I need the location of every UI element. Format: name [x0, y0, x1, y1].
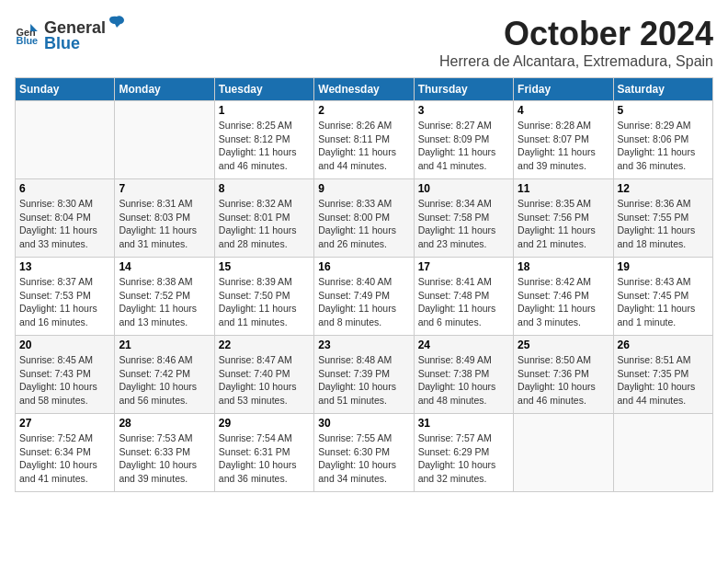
weekday-header-row: SundayMondayTuesdayWednesdayThursdayFrid…	[16, 78, 713, 101]
sunset-label: Sunset: 7:58 PM	[418, 212, 490, 223]
location-subtitle: Herrera de Alcantara, Extremadura, Spain	[439, 53, 713, 70]
sunset-label: Sunset: 7:53 PM	[19, 290, 91, 301]
sunrise-label: Sunrise: 8:33 AM	[318, 198, 392, 209]
calendar-day-cell	[613, 414, 712, 492]
daylight-label: Daylight: 11 hours and 3 minutes.	[518, 303, 596, 327]
daylight-label: Daylight: 10 hours and 53 minutes.	[219, 381, 297, 406]
calendar-day-cell: 31Sunrise: 7:57 AMSunset: 6:29 PMDayligh…	[414, 414, 513, 492]
day-number: 18	[518, 260, 609, 273]
day-number: 10	[418, 182, 509, 195]
daylight-label: Daylight: 11 hours and 26 minutes.	[318, 224, 396, 249]
day-info: Sunrise: 8:50 AMSunset: 7:36 PMDaylight:…	[518, 353, 609, 408]
day-info: Sunrise: 8:34 AMSunset: 7:58 PMDaylight:…	[418, 197, 509, 251]
daylight-label: Daylight: 10 hours and 36 minutes.	[219, 459, 297, 484]
sunset-label: Sunset: 6:30 PM	[318, 446, 390, 457]
sunset-label: Sunset: 8:01 PM	[219, 212, 290, 223]
calendar-week-row: 27Sunrise: 7:52 AMSunset: 6:34 PMDayligh…	[16, 414, 713, 492]
day-number: 7	[119, 182, 210, 195]
sunrise-label: Sunrise: 8:27 AM	[418, 120, 492, 131]
calendar-day-cell: 9Sunrise: 8:33 AMSunset: 8:00 PMDaylight…	[314, 179, 414, 258]
day-number: 8	[219, 182, 310, 195]
day-info: Sunrise: 8:51 AMSunset: 7:35 PMDaylight:…	[618, 353, 709, 408]
daylight-label: Daylight: 10 hours and 46 minutes.	[518, 381, 596, 406]
calendar-day-cell: 5Sunrise: 8:29 AMSunset: 8:06 PMDaylight…	[613, 101, 712, 179]
sunrise-label: Sunrise: 8:38 AM	[119, 276, 192, 287]
sunset-label: Sunset: 7:49 PM	[318, 290, 390, 301]
sunset-label: Sunset: 7:40 PM	[219, 368, 290, 379]
day-info: Sunrise: 7:53 AMSunset: 6:33 PMDaylight:…	[119, 431, 210, 486]
day-number: 2	[318, 104, 409, 117]
day-number: 12	[618, 182, 709, 195]
sunrise-label: Sunrise: 7:55 AM	[318, 432, 392, 443]
sunrise-label: Sunrise: 8:34 AM	[418, 198, 492, 209]
day-number: 11	[518, 182, 609, 195]
daylight-label: Daylight: 10 hours and 32 minutes.	[418, 459, 496, 484]
sunset-label: Sunset: 7:46 PM	[518, 290, 589, 301]
sunrise-label: Sunrise: 8:46 AM	[119, 354, 192, 365]
calendar-day-cell: 1Sunrise: 8:25 AMSunset: 8:12 PMDaylight…	[214, 101, 313, 179]
weekday-header-monday: Monday	[115, 78, 214, 101]
calendar-day-cell: 25Sunrise: 8:50 AMSunset: 7:36 PMDayligh…	[514, 336, 613, 414]
day-info: Sunrise: 8:36 AMSunset: 7:55 PMDaylight:…	[618, 197, 709, 251]
day-number: 22	[219, 339, 310, 351]
daylight-label: Daylight: 10 hours and 34 minutes.	[318, 459, 396, 484]
calendar-day-cell: 12Sunrise: 8:36 AMSunset: 7:55 PMDayligh…	[613, 179, 712, 258]
daylight-label: Daylight: 11 hours and 31 minutes.	[119, 224, 197, 249]
sunset-label: Sunset: 6:29 PM	[418, 446, 490, 457]
day-info: Sunrise: 8:38 AMSunset: 7:52 PMDaylight:…	[119, 275, 210, 329]
day-number: 20	[19, 339, 110, 351]
calendar-day-cell	[16, 101, 115, 179]
daylight-label: Daylight: 11 hours and 16 minutes.	[19, 303, 97, 327]
calendar-day-cell: 29Sunrise: 7:54 AMSunset: 6:31 PMDayligh…	[214, 414, 313, 492]
day-number: 14	[119, 260, 210, 273]
day-info: Sunrise: 8:25 AMSunset: 8:12 PMDaylight:…	[219, 119, 310, 173]
calendar-day-cell: 6Sunrise: 8:30 AMSunset: 8:04 PMDaylight…	[16, 179, 115, 258]
calendar-day-cell: 30Sunrise: 7:55 AMSunset: 6:30 PMDayligh…	[314, 414, 414, 492]
svg-text:Blue: Blue	[17, 35, 39, 46]
sunrise-label: Sunrise: 8:48 AM	[318, 354, 392, 365]
daylight-label: Daylight: 11 hours and 41 minutes.	[418, 146, 496, 171]
day-info: Sunrise: 8:35 AMSunset: 7:56 PMDaylight:…	[518, 197, 609, 251]
sunset-label: Sunset: 7:42 PM	[119, 368, 190, 379]
calendar-day-cell: 24Sunrise: 8:49 AMSunset: 7:38 PMDayligh…	[414, 336, 513, 414]
day-info: Sunrise: 8:26 AMSunset: 8:11 PMDaylight:…	[318, 119, 409, 173]
day-number: 26	[618, 339, 709, 351]
calendar-day-cell: 3Sunrise: 8:27 AMSunset: 8:09 PMDaylight…	[414, 101, 513, 179]
day-info: Sunrise: 8:29 AMSunset: 8:06 PMDaylight:…	[618, 119, 709, 173]
sunset-label: Sunset: 7:52 PM	[119, 290, 190, 301]
calendar-day-cell: 10Sunrise: 8:34 AMSunset: 7:58 PMDayligh…	[414, 179, 513, 258]
sunrise-label: Sunrise: 7:53 AM	[119, 432, 192, 443]
daylight-label: Daylight: 10 hours and 41 minutes.	[19, 459, 97, 484]
day-number: 19	[618, 260, 709, 273]
calendar-week-row: 6Sunrise: 8:30 AMSunset: 8:04 PMDaylight…	[16, 179, 713, 258]
day-info: Sunrise: 7:55 AMSunset: 6:30 PMDaylight:…	[318, 431, 409, 486]
sunrise-label: Sunrise: 8:36 AM	[618, 198, 691, 209]
sunset-label: Sunset: 6:31 PM	[219, 446, 290, 457]
day-number: 23	[318, 339, 409, 351]
day-number: 9	[318, 182, 409, 195]
sunset-label: Sunset: 7:43 PM	[19, 368, 91, 379]
daylight-label: Daylight: 11 hours and 46 minutes.	[219, 146, 297, 171]
sunrise-label: Sunrise: 8:40 AM	[318, 276, 392, 287]
day-info: Sunrise: 8:43 AMSunset: 7:45 PMDaylight:…	[618, 275, 709, 329]
sunrise-label: Sunrise: 8:49 AM	[418, 354, 492, 365]
calendar-day-cell: 4Sunrise: 8:28 AMSunset: 8:07 PMDaylight…	[514, 101, 613, 179]
daylight-label: Daylight: 11 hours and 1 minute.	[618, 303, 696, 327]
calendar-day-cell: 19Sunrise: 8:43 AMSunset: 7:45 PMDayligh…	[613, 258, 712, 336]
day-number: 29	[219, 417, 310, 430]
sunset-label: Sunset: 7:38 PM	[418, 368, 490, 379]
sunrise-label: Sunrise: 8:42 AM	[518, 276, 591, 287]
sunrise-label: Sunrise: 8:31 AM	[119, 198, 192, 209]
day-number: 15	[219, 260, 310, 273]
sunrise-label: Sunrise: 8:51 AM	[618, 354, 691, 365]
day-number: 17	[418, 260, 509, 273]
day-info: Sunrise: 8:46 AMSunset: 7:42 PMDaylight:…	[119, 353, 210, 408]
daylight-label: Daylight: 11 hours and 33 minutes.	[19, 224, 97, 249]
sunset-label: Sunset: 7:56 PM	[518, 212, 589, 223]
sunrise-label: Sunrise: 8:45 AM	[19, 354, 93, 365]
day-info: Sunrise: 8:39 AMSunset: 7:50 PMDaylight:…	[219, 275, 310, 329]
day-info: Sunrise: 8:48 AMSunset: 7:39 PMDaylight:…	[318, 353, 409, 408]
daylight-label: Daylight: 10 hours and 51 minutes.	[318, 381, 396, 406]
sunrise-label: Sunrise: 8:41 AM	[418, 276, 492, 287]
weekday-header-saturday: Saturday	[613, 78, 712, 101]
